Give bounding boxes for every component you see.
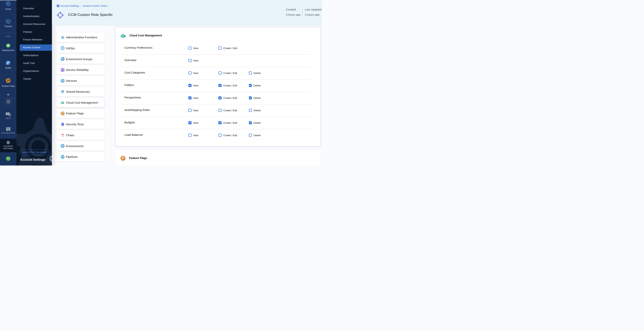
svg-text:$: $	[122, 34, 124, 37]
svg-text:$: $	[62, 102, 63, 104]
svg-text:?: ?	[7, 113, 8, 115]
